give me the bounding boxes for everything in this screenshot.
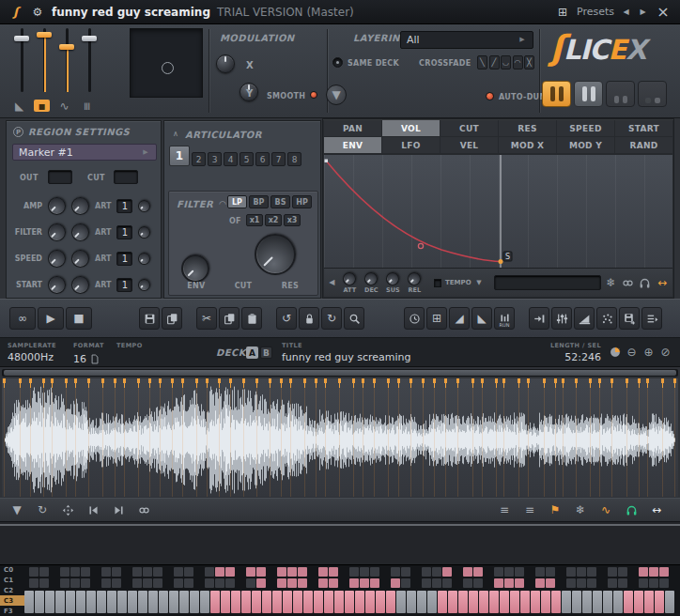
piano-key[interactable] — [597, 578, 607, 588]
piano-key[interactable] — [112, 578, 121, 588]
piano-key[interactable] — [401, 567, 410, 577]
piano-key[interactable] — [287, 578, 297, 588]
piano-key[interactable] — [246, 567, 255, 577]
piano-key[interactable] — [184, 578, 193, 588]
filter-cut-knob[interactable] — [246, 225, 304, 284]
piano-key[interactable] — [380, 567, 390, 577]
articulator-select-button[interactable]: 7 — [271, 152, 286, 166]
piano-key[interactable] — [587, 578, 596, 588]
piano-key[interactable] — [122, 578, 131, 588]
piano-key[interactable] — [277, 578, 286, 588]
region-knob-1[interactable] — [44, 272, 70, 298]
piano-key[interactable] — [112, 567, 121, 577]
piano-key[interactable] — [510, 591, 519, 613]
deck-b-button[interactable]: B — [260, 346, 272, 359]
cut-button[interactable]: ✂ — [196, 307, 217, 330]
layer-slider-2[interactable] — [36, 28, 53, 100]
region-knob-1[interactable] — [44, 246, 70, 271]
slider-handle[interactable] — [37, 32, 52, 38]
crossfade-shape-5[interactable]: ╳ — [524, 55, 534, 69]
lock-button[interactable] — [299, 307, 319, 330]
headphones-icon[interactable] — [639, 275, 652, 290]
piano-key[interactable] — [401, 578, 410, 588]
envelope-source-tab[interactable]: RAND — [615, 137, 672, 153]
crossfade-shape-2[interactable]: ╱ — [489, 55, 500, 69]
piano-key[interactable] — [562, 591, 571, 613]
envelope-source-tab[interactable]: MOD Y — [557, 137, 614, 153]
region-knob-3[interactable] — [136, 250, 153, 267]
piano-key[interactable] — [525, 578, 534, 588]
piano-key[interactable] — [535, 567, 545, 577]
piano-key[interactable] — [179, 591, 189, 613]
piano-key[interactable] — [577, 578, 586, 588]
piano-key[interactable] — [489, 591, 499, 613]
piano-key[interactable] — [267, 578, 276, 588]
next-marker-button[interactable] — [109, 501, 128, 518]
equalize-button[interactable] — [551, 307, 572, 330]
waveform-display[interactable] — [2, 378, 678, 497]
piano-key[interactable] — [97, 591, 106, 613]
piano-key[interactable] — [391, 578, 400, 588]
piano-key[interactable] — [86, 591, 96, 613]
piano-key[interactable] — [225, 567, 235, 577]
envelope-knob[interactable] — [405, 270, 424, 288]
threshold-right-button[interactable]: ≡ — [520, 501, 539, 518]
piano-key[interactable] — [210, 591, 220, 613]
piano-key[interactable] — [241, 591, 251, 613]
piano-key[interactable] — [469, 591, 478, 613]
region-knob-2[interactable] — [68, 193, 93, 219]
piano-key[interactable] — [572, 591, 581, 613]
piano-key[interactable] — [504, 578, 514, 588]
piano-key[interactable] — [644, 591, 654, 613]
piano-key[interactable] — [262, 591, 271, 613]
zoom-selection-button[interactable]: ⊘ — [658, 345, 672, 359]
reload-button[interactable]: ↻ — [321, 307, 342, 330]
piano-key[interactable] — [70, 567, 80, 577]
piano-key[interactable] — [143, 567, 152, 577]
piano-key[interactable] — [411, 578, 421, 588]
marker-dropdown[interactable]: Marker #1 ▶ — [12, 144, 157, 161]
browse-button[interactable] — [641, 307, 662, 330]
stop-button[interactable]: ■ — [66, 307, 92, 330]
slider-handle[interactable] — [59, 44, 74, 50]
piano-key[interactable] — [438, 591, 447, 613]
zoom-fit-button[interactable] — [608, 345, 622, 359]
oversample-button[interactable]: x1 — [246, 214, 263, 226]
piano-key[interactable] — [293, 591, 302, 613]
region-knob-2[interactable] — [68, 220, 93, 245]
cut-value-box[interactable] — [114, 170, 138, 184]
format-value[interactable]: 16 — [73, 351, 104, 366]
envelope-source-tab[interactable]: VEL — [440, 137, 498, 153]
deck-a-button[interactable]: A — [246, 346, 258, 359]
piano-key[interactable] — [639, 578, 648, 588]
piano-key[interactable] — [608, 578, 617, 588]
piano-key[interactable] — [484, 567, 493, 577]
region-knob-1[interactable] — [44, 220, 70, 245]
link-icon[interactable] — [622, 275, 635, 290]
articulator-number-box[interactable]: 1 — [116, 278, 132, 292]
region-knob-3[interactable] — [136, 197, 153, 214]
piano-key[interactable] — [593, 591, 602, 613]
piano-key[interactable] — [60, 578, 70, 588]
region-knob-3[interactable] — [136, 276, 153, 293]
fade-out-button[interactable]: ◣ — [471, 307, 492, 330]
piano-key[interactable] — [670, 567, 679, 577]
play-button[interactable]: ▶ — [38, 307, 64, 330]
piano-key[interactable] — [665, 591, 674, 613]
undo-button[interactable]: ↺ — [276, 307, 297, 330]
preset-next-icon[interactable]: ▶ — [638, 6, 648, 19]
piano-key[interactable] — [76, 591, 85, 613]
mod-x-knob[interactable] — [216, 54, 235, 73]
piano-key[interactable] — [169, 591, 178, 613]
mode-sine[interactable]: ∿ — [56, 100, 72, 112]
piano-key[interactable] — [535, 578, 545, 588]
piano-key[interactable] — [442, 578, 452, 588]
fade-in-button[interactable]: ◢ — [449, 307, 470, 330]
piano-key[interactable] — [670, 578, 679, 588]
piano-key[interactable] — [231, 591, 240, 613]
piano-key[interactable] — [138, 591, 147, 613]
piano-key[interactable] — [81, 567, 90, 577]
piano-key[interactable] — [39, 567, 49, 577]
layering-dropdown[interactable]: All ▶ — [400, 31, 533, 49]
region-knob-2[interactable] — [68, 246, 93, 271]
